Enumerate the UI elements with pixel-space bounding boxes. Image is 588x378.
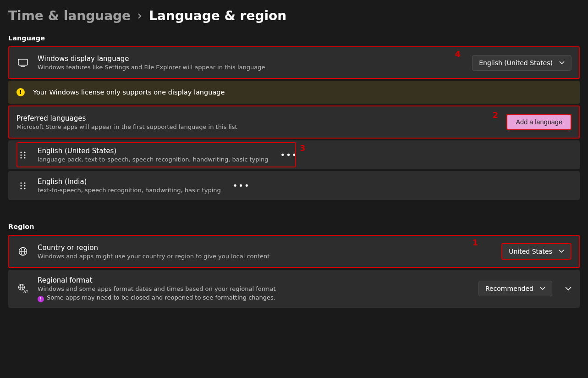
language-features: language pack, text-to-speech, speech re… [38, 156, 269, 163]
svg-point-13 [24, 188, 25, 189]
svg-point-6 [20, 157, 22, 158]
license-warning-text: Your Windows license only supports one d… [33, 89, 225, 96]
svg-rect-0 [18, 59, 27, 65]
display-language-title: Windows display language [38, 55, 464, 63]
add-language-button[interactable]: Add a language [506, 114, 572, 130]
svg-point-7 [24, 157, 25, 158]
drag-handle-icon[interactable] [16, 151, 29, 159]
regional-format-note-line: !Some apps may need to be closed and reo… [38, 294, 470, 301]
country-region-dropdown[interactable]: United States [501, 243, 572, 260]
globe-text-icon: A 字 [16, 284, 29, 294]
chevron-down-icon [559, 250, 564, 253]
language-item-0[interactable]: English (United States) language pack, t… [8, 140, 580, 169]
section-label-region: Region [8, 223, 580, 230]
country-region-card: Country or region Windows and apps might… [8, 235, 580, 268]
breadcrumb-current: Language & region [149, 8, 286, 23]
country-region-value: United States [509, 248, 552, 255]
svg-point-11 [24, 185, 25, 186]
country-region-subtitle: Windows and apps might use your country … [38, 253, 493, 260]
regional-format-value: Recommended [485, 285, 533, 292]
svg-point-5 [24, 154, 25, 156]
language-name: English (India) [38, 178, 221, 186]
display-language-subtitle: Windows features like Settings and File … [38, 64, 464, 71]
svg-point-12 [20, 188, 22, 189]
chevron-down-icon [559, 61, 565, 65]
display-language-dropdown[interactable]: English (United States) [472, 55, 572, 71]
chevron-right-icon [137, 11, 143, 21]
regional-format-card[interactable]: A 字 Regional format Windows and some app… [8, 270, 580, 308]
language-name: English (United States) [38, 147, 269, 155]
more-options-button[interactable]: ••• [229, 179, 254, 192]
regional-format-note: Some apps may need to be closed and reop… [47, 294, 275, 301]
display-language-value: English (United States) [479, 59, 553, 67]
svg-point-2 [20, 151, 22, 153]
breadcrumb-parent[interactable]: Time & language [8, 8, 131, 23]
expand-chevron-icon[interactable] [565, 284, 572, 293]
drag-handle-icon[interactable] [16, 182, 29, 190]
preferred-languages-subtitle: Microsoft Store apps will appear in the … [16, 123, 498, 130]
svg-point-3 [24, 151, 25, 153]
svg-point-4 [20, 154, 22, 156]
breadcrumb: Time & language Language & region [8, 8, 580, 23]
svg-point-10 [20, 185, 22, 186]
monitor-icon [16, 59, 29, 67]
chevron-down-icon [540, 287, 545, 290]
globe-icon [16, 247, 29, 256]
license-warning-card: ! Your Windows license only supports one… [8, 81, 580, 104]
display-language-card: Windows display language Windows feature… [8, 46, 580, 79]
regional-format-dropdown[interactable]: Recommended [478, 281, 552, 296]
more-options-button[interactable]: ••• [277, 148, 302, 161]
svg-point-9 [24, 182, 25, 183]
section-label-language: Language [8, 34, 580, 42]
info-icon: ! [38, 296, 44, 302]
svg-text:字: 字 [26, 290, 28, 293]
regional-format-title: Regional format [38, 276, 470, 284]
preferred-languages-card: Preferred languages Microsoft Store apps… [8, 106, 580, 139]
language-features: text-to-speech, speech recognition, hand… [38, 187, 221, 194]
svg-point-8 [20, 182, 22, 183]
warning-icon: ! [16, 88, 25, 96]
regional-format-subtitle: Windows and some apps format dates and t… [38, 285, 470, 292]
country-region-title: Country or region [38, 244, 493, 252]
preferred-languages-title: Preferred languages [16, 114, 498, 122]
language-item-1[interactable]: English (India) text-to-speech, speech r… [8, 171, 580, 200]
